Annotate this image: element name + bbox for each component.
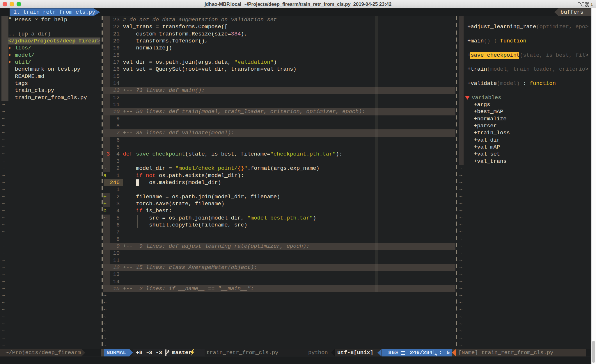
svg-text:1: 1 <box>590 2 593 7</box>
